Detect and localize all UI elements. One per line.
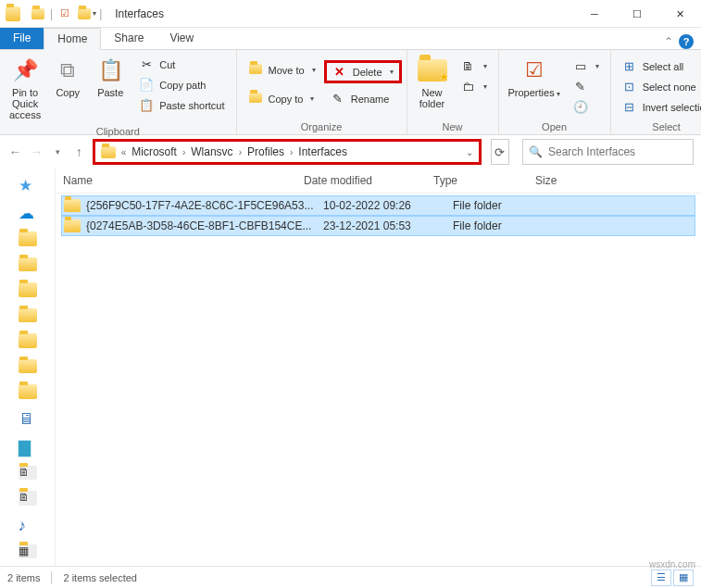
open-group-label: Open [503, 119, 607, 134]
copy-icon: ⧉ [60, 56, 75, 85]
cut-icon: ✂ [139, 57, 154, 71]
back-button[interactable]: ← [7, 141, 23, 163]
sidebar-folder-icon[interactable]: 🗎 [19, 466, 37, 481]
search-box[interactable]: 🔍 [522, 139, 694, 165]
home-tab[interactable]: Home [44, 28, 101, 50]
status-separator [51, 571, 52, 584]
column-size[interactable]: Size [535, 174, 694, 187]
folder-icon [64, 219, 81, 232]
paste-icon: 📋 [98, 56, 123, 85]
sidebar-folder-icon[interactable] [19, 384, 37, 399]
select-group-label: Select [615, 119, 701, 134]
address-bar[interactable]: « Microsoft› Wlansvc› Profiles› Interfac… [93, 139, 482, 165]
easy-access-icon: 🗀 [461, 80, 476, 94]
history-icon: 🕘 [573, 100, 588, 114]
file-name: {256F9C50-17F7-4A2E-8C6C-1F5CE96A53... [86, 199, 323, 212]
column-date[interactable]: Date modified [304, 174, 433, 187]
sidebar-folder-icon[interactable]: 🗎 [19, 491, 37, 506]
qat-separator-2: | [99, 7, 102, 20]
drive-icon[interactable]: ▇ [19, 438, 37, 455]
view-tab[interactable]: View [156, 27, 207, 49]
file-tab[interactable]: File [0, 27, 44, 49]
pin-icon: 📌 [13, 56, 38, 85]
sidebar-folder-icon[interactable] [19, 308, 37, 323]
navigation-pane[interactable]: ★ ☁ 🖥 ▇ 🗎 🗎 ♪ ▦ [0, 169, 56, 566]
details-view-button[interactable]: ☰ [651, 569, 671, 586]
qat-folder-icon[interactable] [28, 4, 48, 24]
file-row[interactable]: {256F9C50-17F7-4A2E-8C6C-1F5CE96A53... 1… [61, 195, 695, 216]
column-headers[interactable]: Name Date modified Type Size [56, 169, 701, 194]
copy-to-button[interactable]: Copy to▾ [243, 90, 321, 107]
breadcrumb-item[interactable]: Microsoft› [131, 145, 185, 158]
breadcrumb-item[interactable]: Interfaces [298, 145, 347, 158]
qat-separator: | [50, 7, 53, 20]
file-date: 10-02-2022 09:26 [323, 199, 453, 212]
invert-icon: ⊟ [622, 100, 637, 114]
rename-button[interactable]: ✎Rename [325, 90, 401, 107]
app-folder-icon [6, 6, 20, 21]
new-group-label: New [411, 119, 494, 134]
help-icon[interactable]: ? [679, 34, 694, 49]
paste-shortcut-button[interactable]: 📋Paste shortcut [133, 96, 230, 114]
edit-button[interactable]: ✎ [568, 78, 605, 95]
sidebar-folder-icon[interactable]: ▦ [19, 544, 37, 559]
pin-quick-access-button[interactable]: 📌 Pin to Quick access [4, 52, 46, 124]
maximize-button[interactable]: ☐ [616, 0, 658, 28]
this-pc-icon[interactable]: 🖥 [19, 410, 37, 427]
up-button[interactable]: ↑ [71, 141, 87, 163]
properties-icon: ☑ [525, 56, 544, 85]
breadcrumb-item[interactable]: Wlansvc› [191, 145, 242, 158]
sidebar-folder-icon[interactable] [19, 359, 37, 374]
new-item-icon: 🗎 [461, 59, 476, 73]
invert-selection-button[interactable]: ⊟Invert selection [617, 98, 701, 116]
quick-access-icon[interactable]: ★ [19, 176, 37, 193]
collapse-ribbon-icon[interactable]: ⌃ [664, 35, 673, 48]
file-type: File folder [453, 199, 555, 212]
cut-button[interactable]: ✂Cut [133, 56, 230, 73]
share-tab[interactable]: Share [101, 27, 156, 49]
minimize-button[interactable]: ─ [573, 0, 616, 28]
address-dropdown-icon[interactable]: ⌄ [466, 147, 473, 157]
qat-dropdown-icon[interactable]: ▾ [77, 4, 97, 24]
select-none-button[interactable]: ⊡Select none [617, 78, 701, 95]
sidebar-folder-icon[interactable] [19, 257, 37, 272]
sidebar-folder-icon[interactable] [19, 282, 37, 297]
sidebar-folder-icon[interactable] [19, 231, 37, 246]
sidebar-folder-icon[interactable] [19, 333, 37, 348]
copy-button[interactable]: ⧉ Copy [46, 52, 89, 102]
new-item-button[interactable]: 🗎▾ [456, 57, 493, 75]
move-to-icon [248, 63, 263, 77]
music-icon[interactable]: ♪ [19, 517, 37, 533]
file-date: 23-12-2021 05:53 [323, 219, 453, 232]
history-button[interactable]: 🕘 [568, 98, 605, 116]
chevron-icon[interactable]: « [121, 147, 127, 157]
new-folder-icon [418, 56, 447, 85]
select-all-button[interactable]: ⊞Select all [617, 57, 701, 75]
new-folder-button[interactable]: New folder [411, 52, 454, 113]
properties-button[interactable]: ☑ Properties▾ [503, 52, 566, 103]
open-button[interactable]: ▭▾ [568, 57, 605, 75]
refresh-button[interactable]: ⟳ [491, 139, 509, 165]
window-title: Interfaces [115, 7, 164, 20]
recent-dropdown[interactable]: ▾ [50, 141, 66, 163]
watermark: wsxdn.com [649, 559, 695, 569]
status-selected-count: 2 items selected [63, 572, 136, 583]
forward-button[interactable]: → [29, 141, 44, 163]
column-type[interactable]: Type [433, 174, 535, 187]
address-folder-icon [101, 146, 116, 158]
paste-shortcut-icon: 📋 [139, 98, 154, 112]
organize-group-label: Organize [241, 119, 403, 134]
onedrive-icon[interactable]: ☁ [19, 204, 37, 220]
copy-path-button[interactable]: 📄Copy path [133, 76, 230, 94]
column-name[interactable]: Name [63, 174, 304, 187]
move-to-button[interactable]: Move to▾ [243, 61, 321, 79]
close-button[interactable]: ✕ [658, 0, 701, 28]
paste-button[interactable]: 📋 Paste [89, 52, 131, 102]
file-row[interactable]: {0274E5AB-3D58-46CE-8BF1-CBFB154CE... 23… [61, 216, 695, 236]
easy-access-button[interactable]: 🗀▾ [456, 78, 493, 95]
breadcrumb-item[interactable]: Profiles› [247, 145, 293, 158]
search-input[interactable] [548, 145, 687, 158]
qat-check-icon[interactable]: ☑ [55, 4, 75, 24]
thumbnail-view-button[interactable]: ▦ [673, 569, 694, 586]
delete-button[interactable]: ✕Delete▾ [325, 61, 401, 82]
